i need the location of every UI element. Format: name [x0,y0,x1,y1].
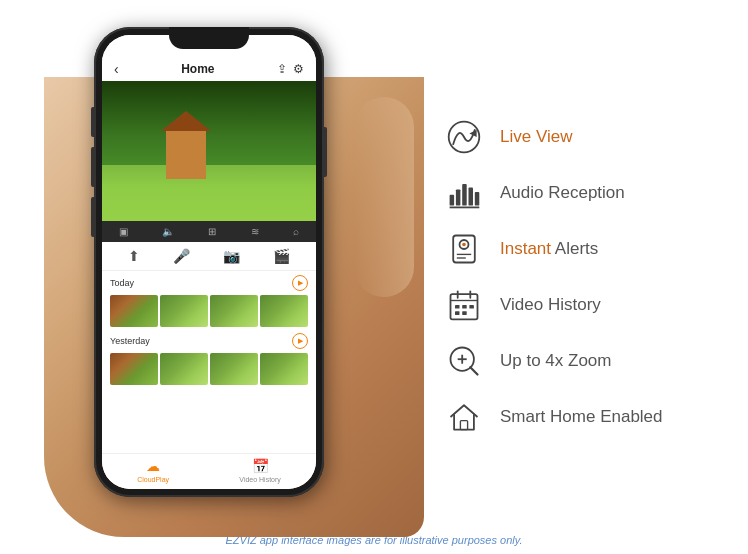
zoom-icon [444,341,484,381]
svg-rect-16 [455,305,460,309]
today-section-header: Today ▶ [102,271,316,293]
svg-rect-25 [460,421,467,430]
live-view-text: Live View [500,127,572,146]
feature-smart-home: Smart Home Enabled [444,389,704,445]
feature-live-view: Live View [444,109,704,165]
screen-title: Home [181,62,214,76]
share-icon[interactable]: ⇪ [277,62,287,76]
instant-highlight: Instant [500,239,555,258]
svg-rect-2 [456,189,461,205]
features-panel: Live View Audio Reception [424,109,704,445]
live-view-icon [444,117,484,157]
thumb-yesterday-1[interactable] [110,353,158,385]
feature-zoom: Up to 4x Zoom [444,333,704,389]
live-view-label: Live View [500,127,572,147]
svg-rect-19 [455,311,460,315]
video-history-nav-icon: 📅 [252,458,269,474]
svg-rect-4 [469,188,474,206]
yesterday-section-header: Yesterday ▶ [102,329,316,351]
thumb-today-3[interactable] [210,295,258,327]
thumb-yesterday-2[interactable] [160,353,208,385]
video-history-label: Video History [500,295,601,315]
zoom-label: Up to 4x Zoom [500,351,612,371]
phone-button-power [324,127,327,177]
settings-icon[interactable]: ⚙ [293,62,304,76]
smart-home-icon [444,397,484,437]
cloudplay-icon: ☁ [146,458,160,474]
feature-audio-reception: Audio Reception [444,165,704,221]
toolbar-icon-1[interactable]: ▣ [119,226,128,237]
svg-point-9 [462,243,466,247]
thumb-yesterday-3[interactable] [210,353,258,385]
svg-rect-3 [462,184,467,206]
yesterday-label: Yesterday [110,336,150,346]
toolbar-icon-5[interactable]: ⌕ [293,226,299,237]
audio-reception-icon [444,173,484,213]
today-play-button[interactable]: ▶ [292,275,308,291]
thumb-today-4[interactable] [260,295,308,327]
yesterday-play-button[interactable]: ▶ [292,333,308,349]
feature-instant-alerts: Instant Alerts [444,221,704,277]
house-shape [166,129,206,179]
alerts-text: Alerts [555,239,598,258]
nav-cloudplay[interactable]: ☁ CloudPlay [137,458,169,483]
action-camera[interactable]: 📷 [223,248,240,264]
thumb-today-1[interactable] [110,295,158,327]
main-container: ‹ Home ⇪ ⚙ ▣ 🔈 ⊞ ≋ ⌕ [0,0,748,554]
phone-hand-area: ‹ Home ⇪ ⚙ ▣ 🔈 ⊞ ≋ ⌕ [44,17,424,537]
bottom-navigation: ☁ CloudPlay 📅 Video History [102,453,316,489]
today-thumbnails [102,293,316,329]
svg-rect-17 [462,305,467,309]
instant-alerts-icon [444,229,484,269]
toolbar-icon-4[interactable]: ≋ [251,226,259,237]
toolbar-icon-2[interactable]: 🔈 [162,226,174,237]
cloudplay-label: CloudPlay [137,476,169,483]
action-bar: ⬆ 🎤 📷 🎬 [102,242,316,271]
phone-body: ‹ Home ⇪ ⚙ ▣ 🔈 ⊞ ≋ ⌕ [94,27,324,497]
action-share[interactable]: ⬆ [128,248,140,264]
instant-alerts-label: Instant Alerts [500,239,598,259]
back-button[interactable]: ‹ [114,61,119,77]
feature-video-history: Video History [444,277,704,333]
svg-line-24 [470,367,477,374]
camera-view [102,81,316,221]
camera-toolbar: ▣ 🔈 ⊞ ≋ ⌕ [102,221,316,242]
nav-video-history[interactable]: 📅 Video History [239,458,281,483]
today-label: Today [110,278,134,288]
yesterday-thumbnails [102,351,316,387]
svg-rect-1 [450,195,455,206]
svg-rect-5 [475,192,480,206]
thumb-today-2[interactable] [160,295,208,327]
video-history-nav-label: Video History [239,476,281,483]
action-video[interactable]: 🎬 [273,248,290,264]
audio-reception-label: Audio Reception [500,183,625,203]
phone-notch [169,27,249,49]
toolbar-icon-3[interactable]: ⊞ [208,226,216,237]
svg-rect-20 [462,311,467,315]
action-mic[interactable]: 🎤 [173,248,190,264]
phone-screen: ‹ Home ⇪ ⚙ ▣ 🔈 ⊞ ≋ ⌕ [102,35,316,489]
svg-rect-18 [469,305,474,309]
phone-button-vol-up [91,147,94,187]
thumb-yesterday-4[interactable] [260,353,308,385]
header-icons: ⇪ ⚙ [277,62,304,76]
phone-button-vol-down [91,197,94,237]
smart-home-label: Smart Home Enabled [500,407,663,427]
video-history-icon [444,285,484,325]
phone-button-mute [91,107,94,137]
